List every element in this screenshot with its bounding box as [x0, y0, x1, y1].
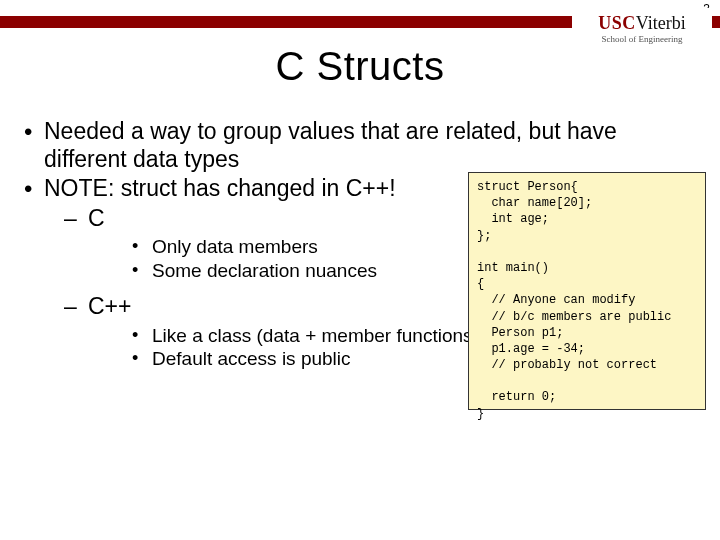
logo-main-text: USCViterbi — [598, 14, 685, 32]
bullet-text: NOTE: struct has changed in C++! — [44, 175, 396, 201]
logo-subtext: School of Engineering — [602, 34, 683, 44]
bullet-item: Needed a way to group values that are re… — [20, 118, 700, 173]
logo-usc-text: USC — [598, 13, 636, 33]
sub-bullet-text: C — [88, 205, 105, 231]
slide-title: C Structs — [0, 44, 720, 89]
sub-bullet-text: C++ — [88, 293, 131, 319]
logo-viterbi-text: Viterbi — [636, 13, 686, 33]
code-example-box: struct Person{ char name[20]; int age; }… — [468, 172, 706, 410]
